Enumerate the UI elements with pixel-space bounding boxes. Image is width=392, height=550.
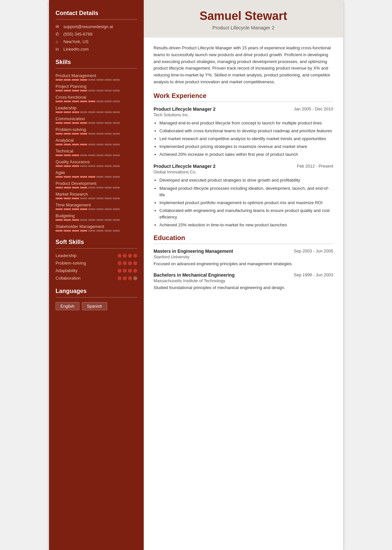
skill-bar xyxy=(105,219,112,221)
soft-skill-dot xyxy=(118,269,122,273)
skill-bar xyxy=(96,198,104,199)
contact-text: NewYork, US xyxy=(63,39,89,44)
job-bullet: Managed product lifecycle processes incl… xyxy=(159,185,333,198)
skill-bar xyxy=(80,90,87,91)
skill-bar xyxy=(113,154,120,156)
main-body: Results-driven Product Lifecycle Manager… xyxy=(144,38,343,303)
skill-name: Project Planning xyxy=(56,84,137,89)
job-entry: Product Lifecycle Manager 2 Jan 2005 - D… xyxy=(154,106,333,158)
soft-skills-list: LeadershipProblem-solvingAdaptabilityCol… xyxy=(56,253,137,281)
skill-bar xyxy=(88,101,95,102)
skill-bar xyxy=(113,187,120,188)
skill-bar xyxy=(113,122,120,124)
resume-container: Contact Details ✉support@resumedesign.ai… xyxy=(49,0,343,550)
job-date: Feb 2012 - Present xyxy=(297,164,333,169)
candidate-title: Product Lifecycle Manager 2 xyxy=(154,25,333,30)
skill-bar xyxy=(56,101,63,102)
job-bullet: Implemented product portfolio management… xyxy=(159,200,333,206)
soft-skill-dot xyxy=(118,276,122,280)
skill-item: Communication xyxy=(56,116,137,124)
skill-bar xyxy=(64,79,71,81)
soft-skill-name: Problem-solving xyxy=(56,261,86,266)
skill-name: Budgeting xyxy=(56,213,137,218)
edu-date: Sep 2003 - Jun 2005 xyxy=(294,249,333,254)
skill-bar xyxy=(88,144,95,145)
skill-name: Time Management xyxy=(56,202,137,207)
skills-title: Skills xyxy=(56,59,137,66)
skill-bar xyxy=(113,165,120,167)
job-entry: Product Lifecycle Manager 2 Feb 2012 - P… xyxy=(154,164,333,228)
skill-item: Time Management xyxy=(56,202,137,210)
skill-bar xyxy=(56,90,63,91)
job-bullet: Achieved 20% increase in product sales w… xyxy=(159,151,333,158)
edu-description: Studied foundational principles of mecha… xyxy=(154,284,333,291)
skill-item: Market Research xyxy=(56,192,137,199)
skill-name: Product Development xyxy=(56,181,137,186)
skill-bar xyxy=(72,198,79,199)
soft-skill-item: Adaptability xyxy=(56,268,137,273)
skill-item: Product Management xyxy=(56,73,137,81)
skill-bar xyxy=(64,144,71,145)
skill-bar xyxy=(96,154,104,156)
skill-bar xyxy=(96,165,104,167)
skill-bar xyxy=(105,111,112,113)
skill-bar xyxy=(88,111,95,113)
soft-skill-dot xyxy=(118,261,122,265)
job-bullets: Developed and executed product strategie… xyxy=(159,177,333,228)
job-header: Product Lifecycle Manager 2 Feb 2012 - P… xyxy=(154,164,333,169)
contact-icon: ✉ xyxy=(56,24,61,29)
skill-bar xyxy=(56,144,63,145)
soft-skill-dot xyxy=(118,254,122,258)
skill-item: Technical xyxy=(56,149,137,156)
skill-bar xyxy=(80,144,87,145)
skill-name: Communication xyxy=(56,116,137,121)
skill-bar xyxy=(96,219,104,221)
skill-bar xyxy=(80,187,87,188)
skill-bar xyxy=(105,101,112,102)
soft-skill-name: Leadership xyxy=(56,253,76,258)
work-experience-title: Work Experience xyxy=(154,92,333,100)
skill-bar xyxy=(113,101,120,102)
job-bullet: Led market research and competitive anal… xyxy=(159,136,333,142)
contact-list: ✉support@resumedesign.ai✆(555) 345-6789⌂… xyxy=(56,24,137,52)
sidebar: Contact Details ✉support@resumedesign.ai… xyxy=(49,0,144,550)
soft-skill-dot xyxy=(128,261,132,265)
skill-bar xyxy=(105,198,112,199)
skill-bar xyxy=(80,111,87,113)
soft-skill-dot xyxy=(123,254,127,258)
skill-bar xyxy=(96,101,104,102)
skill-bar xyxy=(56,79,63,81)
skill-bar xyxy=(56,111,63,113)
job-title: Product Lifecycle Manager 2 xyxy=(154,164,216,169)
skill-item: Agile xyxy=(56,170,137,178)
education-entry: Bachelors in Mechanical Engineering Sep … xyxy=(154,272,333,291)
soft-skill-dot xyxy=(128,254,132,258)
skill-bar xyxy=(80,122,87,124)
skill-item: Problem-solving xyxy=(56,127,137,135)
skill-bar xyxy=(72,122,79,124)
skill-bar xyxy=(96,208,104,210)
contact-icon: in xyxy=(56,47,61,52)
skill-bar xyxy=(88,79,95,81)
skill-item: Project Planning xyxy=(56,84,137,91)
skill-bar xyxy=(96,122,104,124)
soft-skill-dot xyxy=(133,269,137,273)
skill-bar xyxy=(56,230,63,232)
skill-bar xyxy=(113,90,120,91)
language-tags: EnglishSpanish xyxy=(56,302,137,310)
skill-bar xyxy=(72,133,79,135)
education-list: Masters in Engineering Management Sep 20… xyxy=(154,249,333,291)
skill-bar xyxy=(88,133,95,135)
skill-bar xyxy=(72,187,79,188)
skill-bar xyxy=(80,101,87,102)
skill-bar xyxy=(64,219,71,221)
job-bullet: Managed end-to-end product lifecycle fro… xyxy=(159,120,333,126)
job-bullet: Achieved 15% reduction in time-to-market… xyxy=(159,222,333,228)
soft-skill-dot xyxy=(123,276,127,280)
skill-bar xyxy=(56,133,63,135)
skill-bar xyxy=(105,90,112,91)
skill-bar xyxy=(105,144,112,145)
candidate-name: Samuel Stewart xyxy=(154,9,333,23)
soft-skill-item: Collaboration xyxy=(56,276,137,281)
job-bullets: Managed end-to-end product lifecycle fro… xyxy=(159,120,333,158)
